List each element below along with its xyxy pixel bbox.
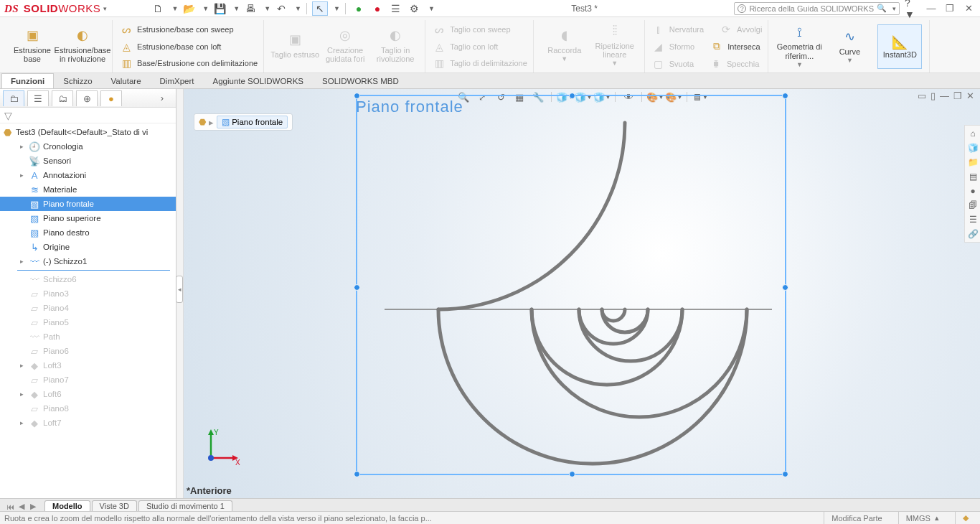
qat-new[interactable]: 🗋 <box>150 1 166 16</box>
qat-settings-drop[interactable]: ▼ <box>428 5 435 12</box>
taskpane-btn-7[interactable]: 🔗 <box>966 228 979 240</box>
collapse-knob-icon[interactable]: ◂ <box>176 276 183 303</box>
shell-label: Svuota <box>669 60 694 68</box>
taskpane-btn-0[interactable]: ⌂ <box>966 127 979 140</box>
view-triad[interactable]: Y X <box>198 428 241 471</box>
taskpane-btn-1[interactable]: 🧊 <box>966 141 979 154</box>
qat-select-drop[interactable]: ▼ <box>334 5 340 12</box>
tab-schizzo[interactable]: Schizzo <box>54 73 101 88</box>
pane-splitter[interactable]: ◂ <box>176 89 184 500</box>
extrude-boss-button[interactable]: ▣ Estrusione base <box>7 22 57 69</box>
taskpane-btn-3[interactable]: ▤ <box>966 170 979 183</box>
qat-new-drop[interactable]: ▼ <box>171 5 178 12</box>
window-minimize[interactable]: — <box>924 3 938 14</box>
tree-node-path[interactable]: 〰Path <box>0 329 176 344</box>
qat-rebuild-err-icon[interactable]: ● <box>369 1 385 16</box>
qat-open[interactable]: 📂 <box>181 1 197 16</box>
viewport-close[interactable]: ✕ <box>966 90 974 101</box>
qat-options[interactable]: ☰ <box>388 1 404 16</box>
breadcrumb-plane[interactable]: ▧ Piano frontale <box>217 116 288 128</box>
tree-node-materiale-non-specificato-[interactable]: ≋Materiale <box>0 182 176 197</box>
window-close[interactable]: ✕ <box>961 3 976 14</box>
rib-button: ⫿Nervatura <box>651 22 705 37</box>
qat-undo-drop[interactable]: ▼ <box>295 5 301 12</box>
intersect-button[interactable]: ⧉Interseca <box>709 39 761 55</box>
tree-node--schizzo1[interactable]: ▸〰(-) Schizzo1 <box>0 254 176 268</box>
qat-settings[interactable]: ⚙ <box>407 1 423 16</box>
tree-node-piano-superiore[interactable]: ▧Piano superiore <box>0 211 176 225</box>
tree-node-piano-frontale[interactable]: ▧Piano frontale <box>0 197 176 211</box>
qat-print[interactable]: 🖶 <box>242 1 258 16</box>
qat-save-drop[interactable]: ▼ <box>233 5 240 12</box>
qat-open-drop[interactable]: ▼ <box>202 5 209 12</box>
tree-node-loft6[interactable]: ▸◆Loft6 <box>0 387 176 401</box>
qat-undo[interactable]: ↶ <box>273 1 289 16</box>
viewport-split[interactable]: ▯ <box>930 90 936 101</box>
revolve-boss-button[interactable]: ◐ Estrusione/base in rivoluzione <box>57 22 108 69</box>
tree-node-piano5[interactable]: ▱Piano5 <box>0 315 176 329</box>
tab-valutare[interactable]: Valutare <box>102 73 151 88</box>
taskpane-btn-4[interactable]: ● <box>966 184 979 197</box>
tree-node-schizzo6[interactable]: 〰Schizzo6 <box>0 272 176 286</box>
loft-boss-button[interactable]: ◬Estrusione/base con loft <box>118 39 259 55</box>
tree-node-piano3[interactable]: ▱Piano3 <box>0 286 176 301</box>
tab-modello[interactable]: Modello <box>44 500 90 511</box>
instant3d-button[interactable]: 📐Instant3D <box>877 24 922 69</box>
search-dropdown[interactable]: ▾ <box>892 5 896 12</box>
help-menu[interactable]: ? ▼ <box>904 1 920 16</box>
viewport-restore[interactable]: ❐ <box>953 90 962 101</box>
viewport-min2[interactable]: — <box>940 90 949 101</box>
tree-node-piano-destro[interactable]: ▧Piano destro <box>0 225 176 240</box>
viewport-minimize[interactable]: ▭ <box>918 90 926 101</box>
tree-node-loft3[interactable]: ▸◆Loft3 <box>0 358 176 373</box>
tab-viste3d[interactable]: Viste 3D <box>92 500 137 511</box>
appearance-tab[interactable]: ● <box>100 90 122 106</box>
tree-node-piano6[interactable]: ▱Piano6 <box>0 344 176 358</box>
wrap-label: Avvolgi <box>737 25 762 34</box>
boundary-boss-button[interactable]: ▥Base/Estrusione con delimitazione <box>118 55 259 71</box>
app-menu-dropdown[interactable]: ▾ <box>103 5 107 12</box>
model-tabs-next[interactable]: ▶ <box>27 502 39 511</box>
tree-node-piano8[interactable]: ▱Piano8 <box>0 401 176 416</box>
tab-motion-study[interactable]: Studio di movimento 1 <box>138 500 232 511</box>
tab-mbd[interactable]: SOLIDWORKS MBD <box>313 73 408 88</box>
instant3d-icon: 📐 <box>892 34 908 50</box>
model-tabs-prev[interactable]: ◀ <box>16 502 27 511</box>
tree-overflow[interactable]: › <box>151 90 173 106</box>
tree-node-piano4[interactable]: ▱Piano4 <box>0 301 176 315</box>
swept-boss-button[interactable]: ᔕEstrusione/base con sweep <box>118 22 259 37</box>
tree-node-piano7[interactable]: ▱Piano7 <box>0 373 176 387</box>
help-search[interactable]: ? Ricerca della Guida SOLIDWORKS 🔍 ▾ <box>734 2 900 15</box>
taskpane-btn-2[interactable]: 📁 <box>966 156 979 169</box>
qat-save[interactable]: 💾 <box>212 1 227 16</box>
qat-print-drop[interactable]: ▼ <box>264 5 270 12</box>
tree-node-loft7[interactable]: ▸◆Loft7 <box>0 416 176 430</box>
display-tab[interactable]: ⊕ <box>76 90 98 106</box>
tab-funzioni[interactable]: Funzioni <box>1 73 54 88</box>
search-icon[interactable]: 🔍 <box>877 4 887 13</box>
model-tabs-first[interactable]: ⏮ <box>4 502 16 511</box>
status-units[interactable]: MMGS ▴ <box>898 512 946 524</box>
fm-tree-tab[interactable]: 🗀 <box>3 90 24 106</box>
ref-geometry-button[interactable]: ⟟Geometria di riferim...▼ <box>774 23 824 70</box>
status-custom-icon[interactable]: ◆ <box>955 512 976 524</box>
curves-button[interactable]: ∿Curve▼ <box>824 23 875 70</box>
tab-dimxpert[interactable]: DimXpert <box>151 73 204 88</box>
tree-node-annotazioni[interactable]: ▸AAnnotazioni <box>0 168 176 182</box>
qat-rebuild-ok-icon[interactable]: ● <box>351 1 367 16</box>
tree-filter[interactable]: ▽ <box>0 108 176 123</box>
taskpane-btn-5[interactable]: 🗐 <box>966 199 979 212</box>
mirror-label: Specchia <box>727 60 759 68</box>
tree-node-cronologia[interactable]: ▸🕘Cronologia <box>0 139 176 154</box>
tab-aggiunte[interactable]: Aggiunte SOLIDWORKS <box>203 73 313 88</box>
property-tab[interactable]: 🗂 <box>52 90 73 106</box>
tree-node-origine[interactable]: ↳Origine <box>0 240 176 254</box>
tree-node-sensori[interactable]: 📡Sensori <box>0 154 176 168</box>
taskpane-btn-6[interactable]: ☰ <box>966 213 979 226</box>
config-tab[interactable]: ☰ <box>27 90 49 106</box>
tree-root-node[interactable]: ⬣ Test3 (Default<<Default>_Stato di vi <box>0 125 176 139</box>
qat-select[interactable]: ↖ <box>312 1 328 16</box>
window-restore[interactable]: ❐ <box>943 3 957 14</box>
graphics-area[interactable]: 🔍⤢↺▦🔧🧊▼🧊▼🧊▼👁🎨▼🎨▼🖥▼ ▭ ▯ — ❐ ✕ ⬣ ▸ ▧ Piano… <box>184 89 980 500</box>
breadcrumb-bar[interactable]: ⬣ ▸ ▧ Piano frontale <box>194 113 293 131</box>
